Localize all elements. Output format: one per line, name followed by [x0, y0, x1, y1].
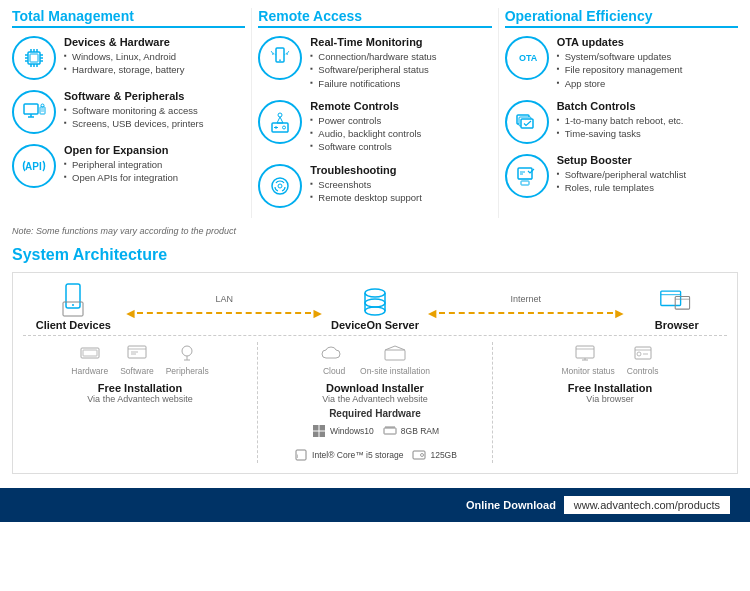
hardware-icon — [76, 342, 104, 364]
dashed-line-lan — [137, 312, 310, 314]
browser-sub-icons: Monitor status Controls — [561, 342, 658, 376]
feature-batch-bullet2: Time-saving tasks — [557, 127, 684, 140]
cloud-label: Cloud — [323, 366, 345, 376]
client-sub-icons: Hardware Software — [71, 342, 208, 376]
column-total-management: Total Management — [12, 8, 245, 218]
windows-icon — [311, 423, 327, 439]
tools-icon — [258, 164, 302, 208]
svg-point-43 — [72, 304, 74, 306]
feature-batch-text: Batch Controls 1-to-many batch reboot, e… — [557, 100, 684, 141]
arch-server-label: DeviceOn Server — [331, 319, 419, 331]
col2-title: Remote Access — [258, 8, 491, 28]
feature-devices-bullet2: Hardware, storage, battery — [64, 63, 184, 76]
controls-icon — [629, 342, 657, 364]
feature-ota-bullet2: File repository management — [557, 63, 683, 76]
feature-devices-title: Devices & Hardware — [64, 36, 184, 48]
arch-client-node: Client Devices — [23, 283, 124, 331]
feature-software-text: Software & Peripherals Software monitori… — [64, 90, 203, 131]
feature-remote-controls-title: Remote Controls — [310, 100, 421, 112]
cloud-icon — [320, 342, 348, 364]
feature-batch-title: Batch Controls — [557, 100, 684, 112]
arch-browser-label: Browser — [655, 319, 699, 331]
svg-text:OTA: OTA — [519, 53, 538, 63]
svg-point-86 — [637, 352, 641, 356]
arch-server-node: DeviceOn Server — [325, 283, 426, 331]
monitor-status-sub-icon: Monitor status — [561, 342, 614, 376]
feature-ota-bullet1: System/software updates — [557, 50, 683, 63]
monitor-icon — [12, 90, 56, 134]
arch-nodes-row: Client Devices LAN ◄ ► — [23, 283, 727, 331]
software-label: Software — [120, 366, 154, 376]
column-operational: Operational Efficiency OTA OTA updates S… — [505, 8, 738, 218]
arch-section: System Architecture Client Devices LAN — [0, 240, 750, 482]
feature-ts-bullet1: Screenshots — [310, 178, 422, 191]
ram-icon — [382, 423, 398, 439]
arrow-right-icon: ► — [311, 306, 325, 320]
feature-setup-bullet1: Software/peripheral watchlist — [557, 168, 686, 181]
svg-point-31 — [272, 178, 288, 194]
feature-monitoring: Real-Time Monitoring Connection/hardware… — [258, 36, 491, 90]
client-install-label: Free Installation — [98, 382, 182, 394]
svg-rect-80 — [576, 346, 594, 358]
hw-ram: 8GB RAM — [382, 423, 439, 439]
controls-label: Controls — [627, 366, 659, 376]
remote-icon — [258, 100, 302, 144]
feature-remote-controls: Remote Controls Power controls Audio, ba… — [258, 100, 491, 154]
arrow-left-icon: ◄ — [124, 306, 138, 320]
feature-devices-bullet1: Windows, Linux, Android — [64, 50, 184, 63]
arch-bottom: Hardware Software — [23, 335, 727, 463]
chip-icon — [12, 36, 56, 80]
svg-point-48 — [365, 299, 385, 307]
hardware-sub-icon: Hardware — [71, 342, 108, 376]
feature-setup-title: Setup Booster — [557, 154, 686, 166]
feature-remote-controls-text: Remote Controls Power controls Audio, ba… — [310, 100, 421, 154]
svg-rect-65 — [385, 350, 405, 360]
arch-lan-label: LAN — [215, 294, 233, 304]
feature-software: Software & Peripherals Software monitori… — [12, 90, 245, 134]
hw-windows-label: Windows10 — [330, 426, 374, 436]
setup-icon — [505, 154, 549, 198]
feature-ota-bullet3: App store — [557, 77, 683, 90]
svg-rect-56 — [81, 348, 99, 358]
api-icon: API — [12, 144, 56, 188]
feature-setup-bullet2: Roles, rule templates — [557, 181, 686, 194]
svg-rect-68 — [313, 431, 319, 437]
peripherals-icon — [173, 342, 201, 364]
monitor-status-label: Monitor status — [561, 366, 614, 376]
arrow-left-internet-icon: ◄ — [425, 306, 439, 320]
svg-rect-52 — [661, 291, 681, 305]
feature-rc-bullet2: Audio, backlight controls — [310, 127, 421, 140]
arch-lan-connector: LAN ◄ ► — [124, 294, 325, 320]
feature-troubleshoot-text: Troubleshooting Screenshots Remote deskt… — [310, 164, 422, 205]
feature-monitoring-text: Real-Time Monitoring Connection/hardware… — [310, 36, 436, 90]
software-icon — [123, 342, 151, 364]
server-sub-icons: Cloud On-site installation — [320, 342, 430, 376]
required-hardware-list: Windows10 — [266, 423, 484, 463]
peripherals-sub-icon: Peripherals — [166, 342, 209, 376]
svg-rect-14 — [24, 104, 38, 114]
server-install-label: Download Installer — [326, 382, 424, 394]
feature-monitoring-bullet3: Failure notifications — [310, 77, 436, 90]
feature-batch: Batch Controls 1-to-many batch reboot, e… — [505, 100, 738, 144]
arch-browser-node: Browser — [626, 283, 727, 331]
svg-text:i: i — [297, 453, 298, 459]
svg-rect-57 — [83, 350, 97, 356]
feature-software-title: Software & Peripherals — [64, 90, 203, 102]
svg-rect-54 — [675, 296, 689, 309]
hw-ram-label: 8GB RAM — [401, 426, 439, 436]
hw-windows: Windows10 — [311, 423, 374, 439]
svg-rect-69 — [319, 431, 325, 437]
feature-api-text: Open for Expansion Peripheral integratio… — [64, 144, 178, 185]
features-section: Total Management — [0, 0, 750, 222]
column-remote-access: Remote Access Real-Time Monitoring Conne… — [258, 8, 491, 218]
col1-title: Total Management — [12, 8, 245, 28]
ota-icon: OTA — [505, 36, 549, 80]
hw-intel-label: Intel® Core™ i5 storage — [312, 450, 403, 460]
feature-rc-bullet1: Power controls — [310, 114, 421, 127]
svg-rect-70 — [384, 428, 396, 434]
feature-rc-bullet3: Software controls — [310, 140, 421, 153]
required-hw-title: Required Hardware — [329, 408, 421, 419]
hw-storage-label: 125GB — [430, 450, 456, 460]
batch-icon — [505, 100, 549, 144]
feature-troubleshoot-title: Troubleshooting — [310, 164, 422, 176]
